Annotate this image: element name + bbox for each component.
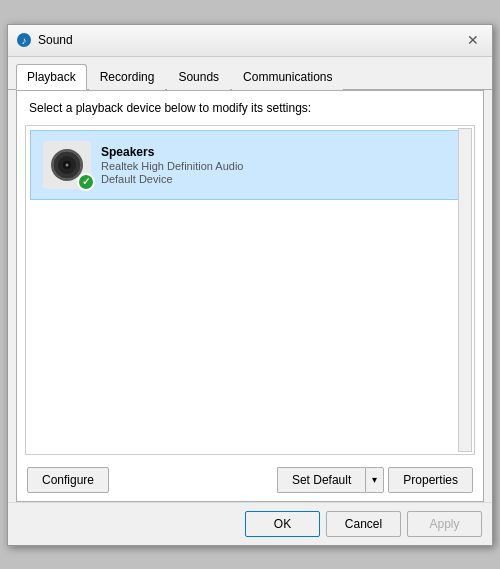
device-name: Speakers: [101, 145, 457, 159]
sound-icon: ♪: [16, 32, 32, 48]
configure-button[interactable]: Configure: [27, 467, 109, 493]
device-detail-1: Realtek High Definition Audio: [101, 160, 457, 172]
cancel-button[interactable]: Cancel: [326, 511, 401, 537]
apply-button[interactable]: Apply: [407, 511, 482, 537]
svg-point-7: [66, 163, 69, 166]
properties-button[interactable]: Properties: [388, 467, 473, 493]
device-info: Speakers Realtek High Definition Audio D…: [101, 145, 457, 185]
tab-sounds[interactable]: Sounds: [167, 64, 230, 90]
device-buttons-row: Configure Set Default ▾ Properties: [17, 459, 483, 501]
svg-text:♪: ♪: [22, 35, 27, 46]
set-default-button[interactable]: Set Default: [277, 467, 365, 493]
sound-dialog: ♪ Sound ✕ Playback Recording Sounds Comm…: [7, 24, 493, 546]
set-default-dropdown[interactable]: ▾: [365, 467, 384, 493]
content-header: Select a playback device below to modify…: [17, 91, 483, 121]
device-list[interactable]: Speakers Realtek High Definition Audio D…: [25, 125, 475, 455]
title-bar: ♪ Sound ✕: [8, 25, 492, 57]
tabs-row: Playback Recording Sounds Communications: [8, 57, 492, 90]
close-button[interactable]: ✕: [462, 29, 484, 51]
list-item[interactable]: Speakers Realtek High Definition Audio D…: [30, 130, 470, 200]
content-panel: Select a playback device below to modify…: [16, 90, 484, 502]
ok-button[interactable]: OK: [245, 511, 320, 537]
window-title: Sound: [38, 33, 462, 47]
default-badge: [77, 173, 95, 191]
tab-communications[interactable]: Communications: [232, 64, 343, 90]
bottom-row: OK Cancel Apply: [8, 502, 492, 545]
tab-playback[interactable]: Playback: [16, 64, 87, 90]
scrollbar[interactable]: [458, 128, 472, 452]
tab-recording[interactable]: Recording: [89, 64, 166, 90]
device-icon-wrapper: [43, 141, 91, 189]
device-detail-2: Default Device: [101, 173, 457, 185]
set-default-group: Set Default ▾: [277, 467, 384, 493]
